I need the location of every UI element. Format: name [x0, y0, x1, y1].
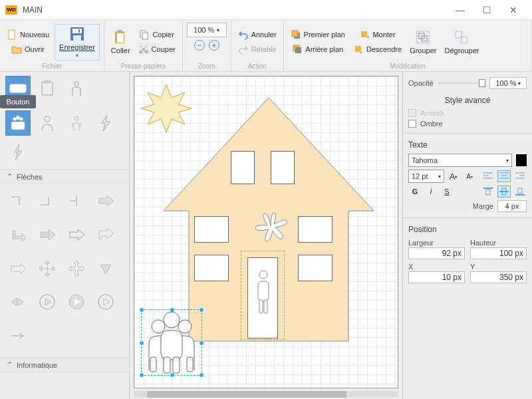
- font-decrease-button[interactable]: A▾: [463, 170, 476, 182]
- font-increase-button[interactable]: A▴: [447, 170, 460, 182]
- text-color-swatch[interactable]: [516, 154, 527, 166]
- horizontal-scrollbar[interactable]: [134, 391, 398, 398]
- opacity-slider[interactable]: [438, 82, 485, 84]
- shape-arrow[interactable]: [93, 222, 118, 247]
- svg-rect-23: [10, 84, 26, 92]
- section-arrows[interactable]: ⌃Flèches: [0, 169, 129, 184]
- window-shape[interactable]: [194, 255, 229, 281]
- svg-rect-4: [78, 29, 80, 33]
- group-button[interactable]: Grouper: [407, 28, 439, 56]
- close-button[interactable]: ✕: [500, 0, 527, 20]
- shape-arrow[interactable]: [5, 188, 31, 213]
- paste-button[interactable]: Coller: [108, 28, 133, 56]
- shape-arrow[interactable]: [64, 188, 89, 213]
- scissors-icon: [138, 44, 149, 55]
- shape-play-circle[interactable]: [35, 289, 60, 315]
- svg-rect-54: [499, 191, 509, 192]
- svg-rect-53: [486, 190, 490, 195]
- shape-arrow[interactable]: [35, 188, 60, 213]
- foreground-button[interactable]: Premier plan: [288, 28, 348, 41]
- window-shape[interactable]: [194, 216, 229, 243]
- minimize-button[interactable]: —: [447, 0, 473, 20]
- app-logo: WD: [5, 5, 17, 15]
- cut-button[interactable]: Couper: [136, 43, 178, 56]
- background-button[interactable]: Arrière plan: [288, 43, 348, 56]
- copy-button[interactable]: Copier: [136, 28, 178, 41]
- svg-rect-47: [161, 331, 182, 360]
- shape-lightning[interactable]: [93, 110, 118, 136]
- valign-top-button[interactable]: [481, 186, 495, 198]
- shape-arrow[interactable]: [64, 256, 89, 281]
- margin-value[interactable]: 4 px: [497, 200, 527, 212]
- shape-arrow[interactable]: [5, 256, 31, 281]
- window-shape[interactable]: [231, 151, 255, 184]
- zoom-in-button[interactable]: +: [209, 40, 219, 51]
- new-label: Nouveau: [20, 31, 49, 39]
- zoom-value[interactable]: 100 %▾: [187, 23, 227, 37]
- background-label: Arrière plan: [305, 45, 343, 53]
- open-button[interactable]: Ouvrir: [4, 43, 52, 56]
- shape-people-group-selected[interactable]: [5, 110, 31, 136]
- move-down-button[interactable]: Descendre: [350, 43, 404, 56]
- underline-button[interactable]: S: [440, 186, 454, 198]
- svg-rect-13: [292, 31, 298, 37]
- y-input[interactable]: 350 px: [470, 271, 527, 283]
- bold-button[interactable]: G: [408, 186, 422, 198]
- save-button[interactable]: Enregistrer ▾: [55, 24, 100, 61]
- ribbon-group-zoom: 100 %▾ − + Zoom: [183, 20, 231, 71]
- svg-rect-41: [258, 281, 269, 301]
- shape-person[interactable]: [64, 76, 89, 101]
- ribbon-group-clipboard: Coller Copier Couper Presse-papiers: [104, 20, 183, 71]
- redo-button[interactable]: Rétablir: [235, 43, 279, 56]
- x-input[interactable]: 10 px: [408, 271, 465, 283]
- shape-arrow[interactable]: [35, 222, 60, 247]
- shadow-checkbox[interactable]: [408, 120, 416, 128]
- window-shape[interactable]: [298, 216, 332, 243]
- italic-button[interactable]: I: [424, 186, 438, 198]
- shape-move-arrows[interactable]: [35, 256, 60, 281]
- maximize-button[interactable]: ☐: [473, 0, 500, 20]
- align-right-button[interactable]: [513, 170, 527, 182]
- ungroup-button[interactable]: Dégrouper: [442, 28, 482, 56]
- align-left-button[interactable]: [481, 170, 495, 182]
- opacity-value[interactable]: 100 %▾: [489, 77, 527, 89]
- shape-clipboard[interactable]: [35, 76, 60, 101]
- canvas[interactable]: [134, 76, 398, 388]
- shape-arrow[interactable]: [64, 222, 89, 247]
- shape-play-circle[interactable]: [64, 289, 89, 315]
- margin-label: Marge: [473, 202, 493, 210]
- valign-bottom-button[interactable]: [513, 186, 527, 198]
- font-size-select[interactable]: 12 pt▾: [408, 170, 444, 183]
- rounded-label: Arrondi: [420, 109, 444, 117]
- window-shape[interactable]: [271, 151, 295, 184]
- align-center-button[interactable]: [497, 170, 511, 182]
- group-icon: [415, 29, 431, 45]
- font-select[interactable]: Tahoma▾: [408, 154, 512, 167]
- undo-button[interactable]: Annuler: [235, 28, 279, 41]
- height-label: Hauteur: [470, 239, 496, 247]
- height-input[interactable]: 100 px: [470, 247, 527, 259]
- shape-play-circle[interactable]: [93, 289, 118, 315]
- flower-shape[interactable]: [254, 209, 287, 243]
- shape-lightning2[interactable]: [5, 140, 31, 165]
- zoom-out-button[interactable]: −: [194, 40, 205, 51]
- person-in-door[interactable]: [253, 269, 274, 316]
- shape-arrow[interactable]: [5, 222, 31, 247]
- move-up-button[interactable]: Monter: [350, 28, 404, 41]
- section-it[interactable]: ⌃Informatique: [0, 357, 129, 372]
- svg-rect-3: [73, 35, 81, 41]
- shape-arrow-right[interactable]: [93, 188, 118, 213]
- shape-button-widget[interactable]: Bouton: [5, 76, 31, 101]
- shape-triangle-down[interactable]: [93, 256, 118, 281]
- window-shape[interactable]: [298, 255, 332, 281]
- shape-person-outline[interactable]: [35, 110, 60, 136]
- shape-arrow-simple[interactable]: [5, 323, 31, 348]
- down-label: Descendre: [366, 45, 402, 53]
- width-input[interactable]: 92 px: [408, 247, 465, 259]
- new-button[interactable]: Nouveau: [4, 28, 52, 41]
- people-group-shape[interactable]: [142, 311, 201, 374]
- shape-arrow[interactable]: [5, 289, 31, 315]
- valign-middle-button[interactable]: [497, 186, 511, 198]
- shape-person2[interactable]: [64, 110, 89, 136]
- svg-point-44: [152, 320, 165, 333]
